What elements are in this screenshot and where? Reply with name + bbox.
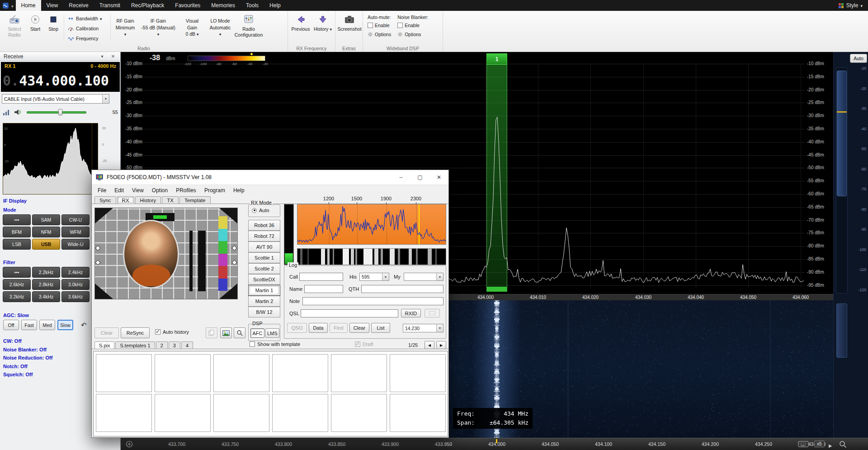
menu-tab-transmit[interactable]: Transmit: [94, 0, 126, 11]
qso-button[interactable]: QSO: [287, 323, 307, 333]
calibration-button[interactable]: Calibration: [66, 24, 109, 33]
show-with-template-checkbox[interactable]: Show with template: [250, 341, 300, 347]
radio-configuration-button[interactable]: Radio Configuration: [234, 12, 263, 43]
style-selector[interactable]: Style: [833, 0, 868, 11]
clear-image-button[interactable]: Clear: [94, 327, 119, 338]
audio-device-select[interactable]: CABLE Input (VB-Audio Virtual Cable) ▾: [2, 94, 109, 104]
template-thumbnail[interactable]: [331, 354, 387, 392]
levels-icon[interactable]: [3, 109, 10, 116]
page-next-button[interactable]: ▶: [436, 341, 446, 349]
range-slider-thumb[interactable]: [837, 71, 847, 196]
menu-tab-help[interactable]: Help: [264, 0, 286, 11]
agc-undo-icon[interactable]: [81, 321, 87, 329]
volume-handle[interactable]: [58, 109, 62, 115]
select-radio-button[interactable]: Select Radio: [3, 12, 26, 43]
filter-button-3-0khz[interactable]: 3.0kHz: [61, 279, 90, 290]
template-thumbnail[interactable]: [272, 354, 328, 392]
mode-button-item[interactable]: •••: [3, 214, 31, 225]
filter-button-item[interactable]: •••: [3, 267, 31, 278]
menu-program[interactable]: Program: [200, 186, 229, 195]
template-thumbnail[interactable]: [390, 394, 446, 432]
agc-button-med[interactable]: Med: [39, 320, 55, 330]
mmsstv-titlebar[interactable]: F5OEO (F5OEO.MDT) - MMSSTV Ver 1.08: [92, 170, 448, 185]
filter-button-3-2khz[interactable]: 3.2kHz: [3, 291, 31, 302]
visual-gain-button[interactable]: Visual Gain 0 dB: [178, 12, 206, 43]
rxid-aux-button[interactable]: [425, 309, 440, 317]
band-frequency-select[interactable]: 14.230▾: [403, 324, 443, 332]
template-thumbnail[interactable]: [155, 354, 211, 392]
menu-help[interactable]: Help: [229, 186, 249, 195]
template-tab-4[interactable]: 4: [181, 341, 193, 349]
menu-tab-view[interactable]: View: [41, 0, 64, 11]
picture-button[interactable]: [220, 327, 232, 338]
copy-image-button[interactable]: [206, 327, 217, 338]
menu-tab-tools[interactable]: Tools: [241, 0, 264, 11]
bandwidth-button[interactable]: Bandwidth: [66, 14, 109, 23]
menu-view[interactable]: View: [128, 186, 148, 195]
lo-mode-button[interactable]: LO Mode Automatic: [206, 12, 234, 43]
stop-button[interactable]: Stop: [44, 12, 62, 43]
template-thumbnail[interactable]: [331, 394, 387, 432]
template-tab-s-pix[interactable]: S.pix: [94, 341, 114, 349]
template-thumbnail[interactable]: [272, 394, 328, 432]
sstv-spectrum[interactable]: [297, 204, 446, 245]
rf-gain-button[interactable]: RF Gain Minimum: [112, 12, 138, 43]
mode-button-sam[interactable]: SAM: [32, 214, 60, 225]
template-thumbnail[interactable]: [96, 354, 152, 392]
if-spectrum-display[interactable]: 200-20-40: [3, 123, 98, 194]
name-input[interactable]: [304, 285, 343, 293]
agc-button-off[interactable]: Off: [3, 320, 19, 330]
template-tab-3[interactable]: 3: [169, 341, 180, 349]
mode-button-b-w-12[interactable]: B/W 12: [248, 307, 280, 317]
start-button[interactable]: Start: [26, 12, 44, 43]
filter-button-2-8khz[interactable]: 2.8kHz: [32, 279, 60, 290]
keyboard-icon[interactable]: [798, 440, 809, 448]
qsl-input[interactable]: [301, 309, 398, 317]
menu-tab-home[interactable]: Home: [16, 0, 41, 11]
waterfall-range-thumb[interactable]: [836, 303, 847, 358]
panel-collapse-icon[interactable]: ▾: [99, 54, 106, 59]
mode-button-martin-1[interactable]: Martin 1: [248, 285, 280, 296]
noise-blanker-options-button[interactable]: Options: [397, 30, 428, 38]
template-thumbnail[interactable]: [213, 394, 269, 432]
navigation-frequency-bar[interactable]: 433.700433.750433.800433.850433.900433.9…: [121, 438, 868, 450]
volume-slider[interactable]: [27, 109, 86, 115]
tab-template[interactable]: Template: [179, 196, 211, 204]
template-thumbnail[interactable]: [390, 354, 446, 392]
received-sstv-image[interactable]: [94, 208, 238, 299]
mode-button-nfm[interactable]: NFM: [32, 227, 60, 237]
scroll-right-icon[interactable]: [829, 441, 832, 449]
panel-close-icon[interactable]: ✕: [109, 54, 117, 59]
mode-button-martin-2[interactable]: Martin 2: [248, 296, 280, 307]
template-tab-s-templates-1[interactable]: S.templates 1: [115, 341, 155, 349]
note-input[interactable]: [302, 297, 443, 305]
auto-mode-radio[interactable]: Auto: [252, 208, 269, 213]
mode-button-bfm[interactable]: BFM: [3, 227, 31, 237]
template-thumbnail[interactable]: [213, 354, 269, 392]
find-button[interactable]: Find: [330, 323, 348, 333]
agc-button-fast[interactable]: Fast: [21, 320, 37, 330]
filter-button-2-4khz[interactable]: 2.4kHz: [61, 267, 90, 278]
mode-button-scottie-1[interactable]: Scottie 1: [248, 252, 280, 263]
zoom-factor-button[interactable]: x5: [814, 441, 825, 447]
mode-button-wfm[interactable]: WFM: [61, 227, 90, 237]
mode-button-usb[interactable]: USB: [32, 239, 60, 250]
mmsstv-window[interactable]: F5OEO (F5OEO.MDT) - MMSSTV Ver 1.08 File…: [91, 170, 449, 438]
menu-file[interactable]: File: [94, 186, 110, 195]
tab-tx[interactable]: TX: [162, 196, 179, 204]
minimize-button[interactable]: [392, 170, 410, 185]
mode-button-robot-72[interactable]: Robot 72: [248, 231, 280, 242]
auto-range-button[interactable]: Auto: [850, 54, 867, 63]
maximize-button[interactable]: [411, 170, 429, 185]
range-slider-track[interactable]: [836, 67, 848, 294]
menu-tab-rec-playback[interactable]: Rec/Playback: [126, 0, 170, 11]
filter-button-2-2khz[interactable]: 2.2kHz: [32, 267, 60, 278]
app-icon[interactable]: [2, 2, 9, 9]
tab-history[interactable]: History: [135, 196, 161, 204]
mode-button-wide-u[interactable]: Wide-U: [61, 239, 90, 250]
lms-button[interactable]: LMS: [265, 328, 279, 338]
mode-button-avt-90[interactable]: AVT 90: [248, 242, 280, 252]
qth-input[interactable]: [361, 285, 443, 293]
filter-button-3-4khz[interactable]: 3.4kHz: [32, 291, 60, 302]
zoom-icon[interactable]: [839, 440, 847, 449]
